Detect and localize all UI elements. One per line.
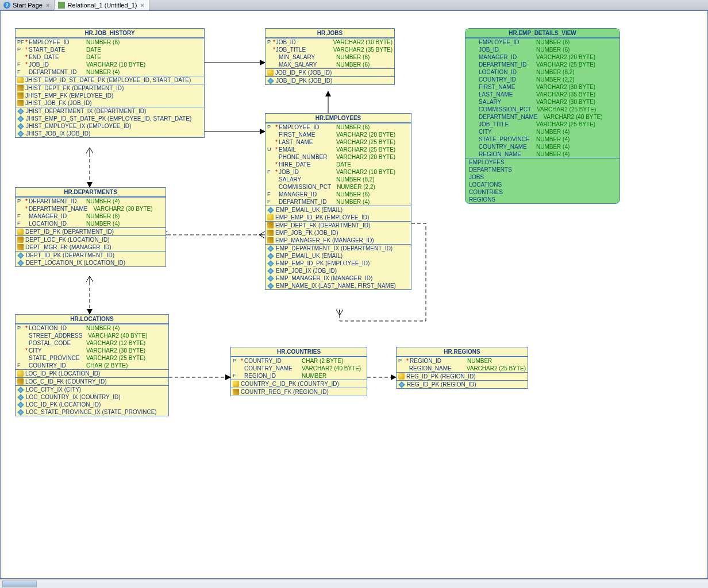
column-row: DEPARTMENT_NAMEVARCHAR2 (40 BYTE) — [465, 113, 620, 121]
key-row: LOC_ID_PK (LOCATION_ID) — [16, 370, 168, 377]
col-type: VARCHAR2 (20 BYTE) — [330, 153, 395, 161]
indexes-section: REG_ID_PK (REGION_ID) — [397, 380, 528, 388]
fk-text: DEPT_LOC_FK (LOCATION_ID) — [25, 236, 110, 243]
index-row: DEPT_ID_PK (DEPARTMENT_ID) — [16, 252, 166, 259]
fks-section: LOC_C_ID_FK (COUNTRY_ID) — [16, 377, 168, 385]
col-name: STATE_PROVINCE — [479, 136, 530, 143]
col-flag: F — [267, 191, 274, 198]
col-type: NUMBER (6) — [330, 53, 370, 61]
entity-emp-details-view[interactable]: HR.EMP_DETAILS_VIEWEMPLOYEE_IDNUMBER (6)… — [465, 28, 620, 204]
column-row: P*START_DATEDATE — [16, 46, 204, 53]
index-text: LOC_COUNTRY_IX (COUNTRY_ID) — [26, 393, 121, 401]
column-row: MAX_SALARYNUMBER (6) — [266, 61, 394, 68]
entity-job-history[interactable]: HR.JOB_HISTORYPF*EMPLOYEE_IDNUMBER (6)P*… — [15, 28, 205, 138]
entity-countries[interactable]: HR.COUNTRIESP*COUNTRY_IDCHAR (2 BYTE)COU… — [230, 347, 367, 396]
entity-locations[interactable]: HR.LOCATIONSP*LOCATION_IDNUMBER (4)STREE… — [15, 314, 169, 416]
col-type: VARCHAR2 (25 BYTE) — [530, 61, 595, 68]
col-type: VARCHAR2 (30 BYTE) — [530, 98, 595, 106]
fk-text: EMP_MANAGER_FK (MANAGER_ID) — [275, 237, 374, 244]
column-row: FDEPARTMENT_IDNUMBER (4) — [266, 198, 411, 206]
key-row: DEPT_ID_PK (DEPARTMENT_ID) — [16, 228, 166, 235]
col-name: END_DATE — [29, 53, 80, 61]
index-row: EMP_DEPARTMENT_IX (DEPARTMENT_ID) — [266, 245, 411, 252]
col-name: JOB_TITLE — [479, 121, 530, 128]
column-row: F*JOB_IDVARCHAR2 (10 BYTE) — [16, 61, 204, 68]
col-required: * — [24, 46, 29, 53]
col-name: LAST_NAME — [279, 138, 330, 146]
idx-icon — [17, 252, 24, 258]
keys-section: REG_ID_PK (REGION_ID) — [397, 372, 528, 380]
col-type: VARCHAR2 (40 BYTE) — [82, 332, 147, 339]
index-row: LOC_CITY_IX (CITY) — [16, 386, 168, 393]
col-type: CHAR (2 BYTE) — [296, 357, 343, 365]
fks-section: COUNTR_REG_FK (REGION_ID) — [231, 388, 367, 396]
column-row: MIN_SALARYNUMBER (6) — [266, 53, 394, 61]
idx-icon — [17, 115, 24, 122]
fk-row: DEPT_LOC_FK (LOCATION_ID) — [16, 236, 166, 243]
col-type: VARCHAR2 (12 BYTE) — [80, 339, 145, 347]
col-name: JOB_ID — [29, 61, 80, 68]
idx-icon — [17, 409, 24, 415]
entity-departments[interactable]: HR.DEPARTMENTSP*DEPARTMENT_IDNUMBER (4)*… — [15, 187, 166, 267]
entity-regions[interactable]: HR.REGIONSP*REGION_IDNUMBERREGION_NAMEVA… — [396, 347, 528, 389]
col-type: VARCHAR2 (25 BYTE) — [461, 365, 526, 372]
col-name: SALARY — [279, 176, 330, 183]
key-icon — [17, 370, 24, 377]
key-text: COUNTRY_C_ID_PK (COUNTRY_ID) — [241, 380, 339, 388]
column-row: MANAGER_IDVARCHAR2 (20 BYTE) — [465, 53, 620, 61]
col-type: NUMBER (6) — [80, 38, 120, 46]
col-required: * — [24, 61, 29, 68]
diagram-canvas[interactable]: HR.JOB_HISTORYPF*EMPLOYEE_IDNUMBER (6)P*… — [1, 11, 707, 578]
fk-text: DEPT_MGR_FK (MANAGER_ID) — [25, 243, 111, 251]
fk-icon — [267, 237, 274, 243]
fk-row: DEPT_MGR_FK (MANAGER_ID) — [16, 243, 166, 251]
col-type: NUMBER (2,2) — [331, 183, 375, 191]
tab-start-page[interactable]: ? Start Page × — [0, 0, 55, 10]
col-type: NUMBER (6) — [80, 212, 120, 220]
idx-icon — [17, 123, 24, 129]
indexes-section: JOB_ID_PK (JOB_ID) — [266, 76, 394, 84]
column-row: STATE_PROVINCENUMBER (4) — [465, 136, 620, 143]
status-segment — [2, 581, 37, 587]
columns-section: P*DEPARTMENT_IDNUMBER (4)*DEPARTMENT_NAM… — [16, 197, 166, 227]
index-text: REG_ID_PK (REGION_ID) — [407, 381, 476, 388]
column-row: POSTAL_CODEVARCHAR2 (12 BYTE) — [16, 339, 168, 347]
col-name: COUNTRY_ID — [29, 362, 80, 369]
fks-section: DEPT_LOC_FK (LOCATION_ID)DEPT_MGR_FK (MA… — [16, 235, 166, 251]
fk-row: JHIST_EMP_FK (EMPLOYEE_ID) — [16, 92, 204, 99]
col-required: * — [24, 205, 29, 212]
columns-section: PF*EMPLOYEE_IDNUMBER (6)P*START_DATEDATE… — [16, 38, 204, 76]
tab-relational[interactable]: Relational_1 (Untitled_1) × — [55, 0, 149, 10]
index-text: JHIST_EMPLOYEE_IX (EMPLOYEE_ID) — [26, 122, 131, 130]
idx-icon — [267, 283, 274, 289]
col-name: JOB_TITLE — [276, 46, 328, 53]
idx-icon — [267, 260, 274, 266]
entity-jobs[interactable]: HR.JOBSP*JOB_IDVARCHAR2 (10 BYTE)*JOB_TI… — [265, 28, 395, 85]
column-row: CITYNUMBER (4) — [465, 128, 620, 136]
key-row: JOB_ID_PK (JOB_ID) — [266, 69, 394, 76]
index-row: EMP_EMP_ID_PK (EMPLOYEE_ID) — [266, 260, 411, 267]
key-icon — [398, 373, 405, 380]
col-type: DATE — [80, 53, 101, 61]
index-text: LOC_STATE_PROVINCE_IX (STATE_PROVINCE) — [26, 408, 157, 416]
col-name: POSTAL_CODE — [29, 339, 80, 347]
tab-label: Relational_1 (Untitled_1) — [67, 2, 137, 9]
col-type: NUMBER (4) — [530, 150, 570, 158]
column-row: P*COUNTRY_IDCHAR (2 BYTE) — [231, 357, 367, 365]
close-icon[interactable]: × — [45, 2, 51, 9]
col-name: CITY — [479, 128, 530, 136]
col-type: VARCHAR2 (10 BYTE) — [330, 168, 395, 176]
index-row: REG_ID_PK (REGION_ID) — [397, 381, 528, 388]
column-row: F*JOB_IDVARCHAR2 (10 BYTE) — [266, 168, 411, 176]
keys-section: JOB_ID_PK (JOB_ID) — [266, 68, 394, 76]
idx-icon — [17, 130, 24, 137]
col-name: LOCATION_ID — [29, 220, 80, 227]
fk-icon — [17, 85, 24, 91]
column-row: REGION_NAMEVARCHAR2 (25 BYTE) — [397, 365, 528, 372]
key-icon — [17, 77, 24, 83]
col-type: NUMBER (4) — [80, 68, 120, 76]
keys-section: COUNTRY_C_ID_PK (COUNTRY_ID) — [231, 380, 367, 388]
entity-employees[interactable]: HR.EMPLOYEESP*EMPLOYEE_IDNUMBER (6)FIRST… — [265, 113, 411, 290]
columns-section: P*EMPLOYEE_IDNUMBER (6)FIRST_NAMEVARCHAR… — [266, 123, 411, 206]
close-icon[interactable]: × — [140, 2, 145, 9]
